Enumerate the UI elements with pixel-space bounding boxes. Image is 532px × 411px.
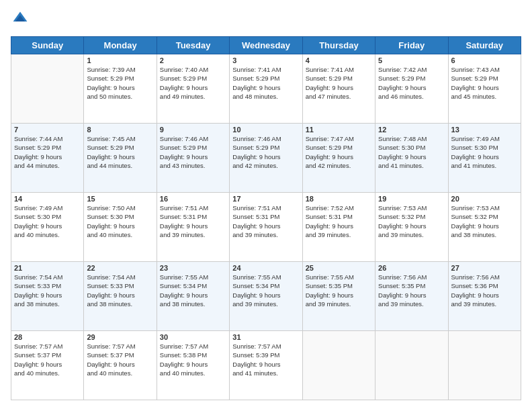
day-info: Sunrise: 7:56 AMSunset: 5:35 PMDaylight:… <box>378 273 445 308</box>
day-number: 4 <box>306 56 372 64</box>
page: SundayMondayTuesdayWednesdayThursdayFrid… <box>0 0 532 411</box>
calendar-week-4: 21Sunrise: 7:54 AMSunset: 5:33 PMDayligh… <box>11 262 521 331</box>
day-number: 19 <box>378 195 445 203</box>
day-number: 14 <box>14 195 81 203</box>
day-info: Sunrise: 7:57 AMSunset: 5:37 PMDaylight:… <box>14 342 81 377</box>
day-number: 5 <box>378 56 445 64</box>
day-info: Sunrise: 7:41 AMSunset: 5:29 PMDaylight:… <box>306 65 372 101</box>
day-info: Sunrise: 7:48 AMSunset: 5:30 PMDaylight:… <box>378 134 445 170</box>
day-info: Sunrise: 7:43 AMSunset: 5:29 PMDaylight:… <box>451 65 518 101</box>
day-number: 24 <box>232 264 299 272</box>
calendar-cell: 25Sunrise: 7:55 AMSunset: 5:35 PMDayligh… <box>302 262 375 331</box>
calendar-cell: 24Sunrise: 7:55 AMSunset: 5:34 PMDayligh… <box>230 262 302 331</box>
weekday-header-monday: Monday <box>84 37 157 54</box>
day-number: 20 <box>451 195 518 203</box>
calendar-body: 1Sunrise: 7:39 AMSunset: 5:29 PMDaylight… <box>11 54 521 400</box>
day-number: 8 <box>87 126 153 134</box>
day-info: Sunrise: 7:53 AMSunset: 5:32 PMDaylight:… <box>451 203 518 239</box>
day-info: Sunrise: 7:57 AMSunset: 5:37 PMDaylight:… <box>87 342 153 377</box>
day-number: 6 <box>451 56 518 64</box>
day-number: 30 <box>160 333 226 341</box>
day-info: Sunrise: 7:49 AMSunset: 5:30 PMDaylight:… <box>451 134 518 170</box>
calendar-cell: 12Sunrise: 7:48 AMSunset: 5:30 PMDayligh… <box>375 124 448 193</box>
calendar-table: SundayMondayTuesdayWednesdayThursdayFrid… <box>11 36 521 400</box>
logo <box>11 11 28 30</box>
day-number: 21 <box>14 264 81 272</box>
calendar-cell <box>302 331 375 400</box>
day-info: Sunrise: 7:42 AMSunset: 5:29 PMDaylight:… <box>378 65 445 101</box>
calendar-cell <box>11 54 84 124</box>
calendar-header: SundayMondayTuesdayWednesdayThursdayFrid… <box>11 37 521 54</box>
day-info: Sunrise: 7:45 AMSunset: 5:29 PMDaylight:… <box>87 134 153 170</box>
calendar-cell: 11Sunrise: 7:47 AMSunset: 5:29 PMDayligh… <box>302 124 375 193</box>
calendar-cell: 20Sunrise: 7:53 AMSunset: 5:32 PMDayligh… <box>448 193 521 262</box>
day-number: 12 <box>378 126 445 134</box>
day-number: 7 <box>14 126 81 134</box>
day-number: 26 <box>378 264 445 272</box>
calendar-cell: 10Sunrise: 7:46 AMSunset: 5:29 PMDayligh… <box>230 124 302 193</box>
calendar-week-2: 7Sunrise: 7:44 AMSunset: 5:29 PMDaylight… <box>11 124 521 193</box>
day-info: Sunrise: 7:46 AMSunset: 5:29 PMDaylight:… <box>232 134 299 170</box>
calendar-week-3: 14Sunrise: 7:49 AMSunset: 5:30 PMDayligh… <box>11 193 521 262</box>
day-number: 23 <box>160 264 226 272</box>
day-number: 28 <box>14 333 81 341</box>
calendar-cell: 19Sunrise: 7:53 AMSunset: 5:32 PMDayligh… <box>375 193 448 262</box>
day-info: Sunrise: 7:39 AMSunset: 5:29 PMDaylight:… <box>87 65 153 101</box>
calendar-cell: 22Sunrise: 7:54 AMSunset: 5:33 PMDayligh… <box>84 262 157 331</box>
calendar-cell: 14Sunrise: 7:49 AMSunset: 5:30 PMDayligh… <box>11 193 84 262</box>
calendar-cell: 9Sunrise: 7:46 AMSunset: 5:29 PMDaylight… <box>157 124 229 193</box>
day-info: Sunrise: 7:41 AMSunset: 5:29 PMDaylight:… <box>232 65 299 101</box>
calendar-cell: 31Sunrise: 7:57 AMSunset: 5:39 PMDayligh… <box>230 331 302 400</box>
calendar-cell: 28Sunrise: 7:57 AMSunset: 5:37 PMDayligh… <box>11 331 84 400</box>
day-info: Sunrise: 7:54 AMSunset: 5:33 PMDaylight:… <box>87 273 153 308</box>
day-number: 15 <box>87 195 153 203</box>
logo-icon <box>12 11 28 27</box>
calendar-cell: 1Sunrise: 7:39 AMSunset: 5:29 PMDaylight… <box>84 54 157 124</box>
calendar-week-5: 28Sunrise: 7:57 AMSunset: 5:37 PMDayligh… <box>11 331 521 400</box>
day-number: 29 <box>87 333 153 341</box>
day-info: Sunrise: 7:50 AMSunset: 5:30 PMDaylight:… <box>87 203 153 239</box>
day-info: Sunrise: 7:51 AMSunset: 5:31 PMDaylight:… <box>160 203 226 239</box>
day-number: 16 <box>160 195 226 203</box>
calendar-cell: 17Sunrise: 7:51 AMSunset: 5:31 PMDayligh… <box>230 193 302 262</box>
day-info: Sunrise: 7:40 AMSunset: 5:29 PMDaylight:… <box>160 65 226 101</box>
day-number: 9 <box>160 126 226 134</box>
calendar-cell: 29Sunrise: 7:57 AMSunset: 5:37 PMDayligh… <box>84 331 157 400</box>
day-number: 27 <box>451 264 518 272</box>
day-number: 31 <box>232 333 299 341</box>
weekday-header-friday: Friday <box>375 37 448 54</box>
calendar-cell: 8Sunrise: 7:45 AMSunset: 5:29 PMDaylight… <box>84 124 157 193</box>
calendar-cell: 27Sunrise: 7:56 AMSunset: 5:36 PMDayligh… <box>448 262 521 331</box>
calendar-cell: 21Sunrise: 7:54 AMSunset: 5:33 PMDayligh… <box>11 262 84 331</box>
day-info: Sunrise: 7:47 AMSunset: 5:29 PMDaylight:… <box>306 134 372 170</box>
calendar-week-1: 1Sunrise: 7:39 AMSunset: 5:29 PMDaylight… <box>11 54 521 124</box>
calendar-cell: 16Sunrise: 7:51 AMSunset: 5:31 PMDayligh… <box>157 193 229 262</box>
calendar-cell: 30Sunrise: 7:57 AMSunset: 5:38 PMDayligh… <box>157 331 229 400</box>
day-number: 10 <box>232 126 299 134</box>
calendar-cell: 13Sunrise: 7:49 AMSunset: 5:30 PMDayligh… <box>448 124 521 193</box>
day-info: Sunrise: 7:55 AMSunset: 5:34 PMDaylight:… <box>232 273 299 308</box>
day-info: Sunrise: 7:52 AMSunset: 5:31 PMDaylight:… <box>306 203 372 239</box>
calendar-cell: 7Sunrise: 7:44 AMSunset: 5:29 PMDaylight… <box>11 124 84 193</box>
day-info: Sunrise: 7:57 AMSunset: 5:39 PMDaylight:… <box>232 342 299 377</box>
day-number: 1 <box>87 56 153 64</box>
weekday-header-sunday: Sunday <box>11 37 84 54</box>
weekday-header-row: SundayMondayTuesdayWednesdayThursdayFrid… <box>11 37 521 54</box>
weekday-header-saturday: Saturday <box>448 37 521 54</box>
day-info: Sunrise: 7:49 AMSunset: 5:30 PMDaylight:… <box>14 203 81 239</box>
day-number: 18 <box>306 195 372 203</box>
day-number: 17 <box>232 195 299 203</box>
day-info: Sunrise: 7:51 AMSunset: 5:31 PMDaylight:… <box>232 203 299 239</box>
day-info: Sunrise: 7:53 AMSunset: 5:32 PMDaylight:… <box>378 203 445 239</box>
day-number: 3 <box>232 56 299 64</box>
weekday-header-wednesday: Wednesday <box>230 37 302 54</box>
day-number: 25 <box>306 264 372 272</box>
day-info: Sunrise: 7:46 AMSunset: 5:29 PMDaylight:… <box>160 134 226 170</box>
calendar-cell: 23Sunrise: 7:55 AMSunset: 5:34 PMDayligh… <box>157 262 229 331</box>
day-number: 11 <box>306 126 372 134</box>
day-info: Sunrise: 7:55 AMSunset: 5:35 PMDaylight:… <box>306 273 372 308</box>
calendar-cell: 15Sunrise: 7:50 AMSunset: 5:30 PMDayligh… <box>84 193 157 262</box>
day-info: Sunrise: 7:44 AMSunset: 5:29 PMDaylight:… <box>14 134 81 170</box>
day-info: Sunrise: 7:55 AMSunset: 5:34 PMDaylight:… <box>160 273 226 308</box>
calendar-cell: 2Sunrise: 7:40 AMSunset: 5:29 PMDaylight… <box>157 54 229 124</box>
